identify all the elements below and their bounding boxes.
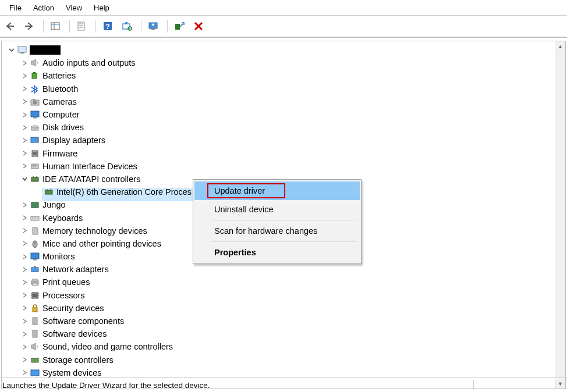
cpu-icon <box>30 290 40 301</box>
chevron-right-icon[interactable] <box>20 98 29 106</box>
menu-action[interactable]: Action <box>27 2 60 13</box>
chevron-right-icon[interactable] <box>20 85 29 93</box>
chevron-right-icon[interactable] <box>20 123 29 131</box>
category-print-queues[interactable]: Print queues <box>3 276 564 288</box>
chevron-right-icon[interactable] <box>20 343 29 351</box>
system-device-icon <box>30 368 40 378</box>
category-storage-controllers[interactable]: Storage controllers <box>3 354 564 366</box>
category-batteries[interactable]: Batteries <box>3 69 564 82</box>
category-disk-drives[interactable]: Disk drives <box>3 121 564 134</box>
chevron-right-icon[interactable] <box>20 149 29 158</box>
svg-rect-31 <box>33 165 34 166</box>
chevron-right-icon[interactable] <box>20 317 29 325</box>
show-hide-console-button[interactable] <box>48 17 65 35</box>
category-system-devices[interactable]: System devices <box>3 366 564 379</box>
chevron-right-icon[interactable] <box>20 278 29 286</box>
bluetooth-icon <box>30 84 40 94</box>
svg-rect-62 <box>33 318 37 325</box>
svg-rect-13 <box>151 28 155 30</box>
chevron-right-icon[interactable] <box>20 201 29 209</box>
chevron-right-icon[interactable] <box>20 111 29 119</box>
mouse-icon <box>30 238 40 249</box>
chevron-right-icon[interactable] <box>20 214 29 222</box>
context-scan-hardware[interactable]: Scan for hardware changes <box>194 222 360 240</box>
svg-rect-3 <box>78 22 84 30</box>
svg-rect-54 <box>33 294 37 297</box>
back-button[interactable] <box>2 17 20 35</box>
chevron-right-icon[interactable] <box>20 72 29 80</box>
chevron-right-icon[interactable] <box>20 227 29 235</box>
uninstall-device-button[interactable] <box>191 17 208 35</box>
category-label: Memory technology devices <box>42 226 147 236</box>
chevron-right-icon[interactable] <box>20 304 29 312</box>
enable-device-button[interactable] <box>172 17 189 35</box>
svg-rect-15 <box>18 47 26 52</box>
computer-icon <box>17 45 27 55</box>
chevron-right-icon[interactable] <box>20 162 29 170</box>
category-label: Network adapters <box>42 265 109 274</box>
chevron-right-icon[interactable] <box>20 136 29 144</box>
chevron-right-icon[interactable] <box>20 59 29 67</box>
forward-button[interactable] <box>22 17 39 35</box>
toolbar: ? <box>0 16 567 38</box>
properties-sheet-icon <box>76 21 87 31</box>
context-properties[interactable]: Properties <box>194 243 360 262</box>
category-software-devices[interactable]: Software devices <box>3 327 564 340</box>
toolbar-separator <box>43 20 44 33</box>
svg-point-25 <box>31 126 38 128</box>
storage-controller-icon <box>30 355 40 365</box>
chevron-right-icon[interactable] <box>20 265 29 273</box>
context-item-label: Scan for hardware changes <box>214 226 317 236</box>
properties-button[interactable] <box>74 17 91 35</box>
monitor-update-icon <box>148 21 158 31</box>
expander-open-icon[interactable] <box>8 46 16 54</box>
scan-icon <box>122 21 132 31</box>
category-hid[interactable]: Human Interface Devices <box>3 160 564 173</box>
svg-rect-52 <box>33 283 37 286</box>
chevron-right-icon[interactable] <box>20 240 29 248</box>
chevron-right-icon[interactable] <box>20 369 29 377</box>
category-label: Print queues <box>42 277 90 287</box>
chevron-right-icon[interactable] <box>20 291 29 300</box>
menu-help[interactable]: Help <box>88 2 115 13</box>
svg-rect-47 <box>33 259 37 261</box>
update-driver-button[interactable] <box>146 17 163 35</box>
svg-rect-39 <box>31 202 38 208</box>
menu-file[interactable]: File <box>3 2 27 13</box>
svg-rect-29 <box>33 152 37 155</box>
category-audio[interactable]: Audio inputs and outputs <box>3 56 564 69</box>
context-uninstall-device[interactable]: Uninstall device <box>194 200 360 219</box>
svg-text:?: ? <box>105 22 110 31</box>
tree-root[interactable] <box>3 44 564 56</box>
category-firmware[interactable]: Firmware <box>3 147 564 160</box>
category-security-devices[interactable]: Security devices <box>3 302 564 315</box>
category-label: Computer <box>42 110 80 119</box>
category-label: Firmware <box>42 149 77 158</box>
printer-icon <box>30 277 40 287</box>
chevron-right-icon[interactable] <box>20 252 29 261</box>
category-network[interactable]: Network adapters <box>3 263 564 276</box>
category-label: IDE ATA/ATAPI controllers <box>42 174 140 184</box>
chevron-right-icon[interactable] <box>20 356 29 364</box>
category-label: Bluetooth <box>42 84 78 94</box>
scan-hardware-button[interactable] <box>119 17 137 35</box>
status-bar: Launches the Update Driver Wizard for th… <box>0 377 567 392</box>
help-button[interactable]: ? <box>100 17 118 35</box>
monitor-icon <box>30 109 40 120</box>
category-software-components[interactable]: Software components <box>3 315 564 327</box>
category-processors[interactable]: Processors <box>3 289 564 302</box>
category-computer[interactable]: Computer <box>3 108 564 121</box>
network-adapter-icon <box>30 264 40 275</box>
menu-view[interactable]: View <box>60 2 88 13</box>
chevron-right-icon[interactable] <box>20 330 29 338</box>
category-cameras[interactable]: Cameras <box>3 95 564 108</box>
device-intel-6th-gen[interactable]: Intel(R) 6th Generation Core Proces <box>3 186 195 198</box>
category-bluetooth[interactable]: Bluetooth <box>3 83 564 95</box>
context-update-driver[interactable]: Update driver <box>194 181 360 200</box>
help-icon: ? <box>102 21 113 31</box>
chevron-down-icon[interactable] <box>20 175 29 183</box>
arrow-right-icon <box>24 21 34 31</box>
category-display-adapters[interactable]: Display adapters <box>3 134 564 147</box>
category-sound-video-game[interactable]: Sound, video and game controllers <box>3 340 564 353</box>
category-label: Audio inputs and outputs <box>42 58 136 67</box>
